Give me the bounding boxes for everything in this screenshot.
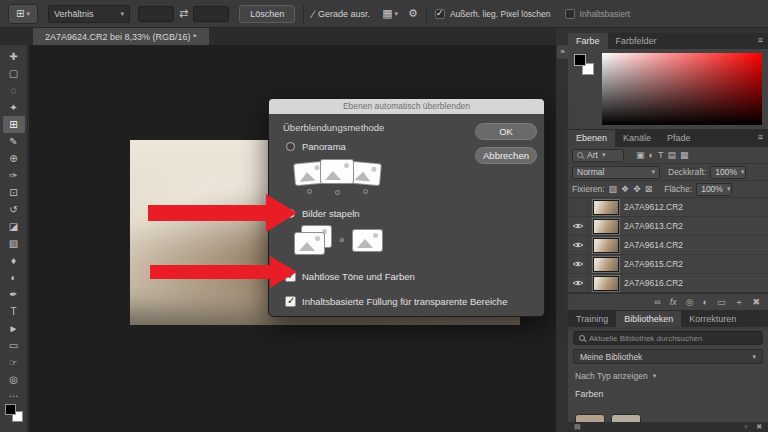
tab-channels[interactable]: Kanäle	[615, 130, 659, 147]
visibility-toggle[interactable]	[568, 217, 588, 235]
tool-pen[interactable]: ✒	[3, 286, 25, 303]
tool-crop[interactable]: ⊞	[3, 116, 25, 133]
library-search-box[interactable]	[573, 331, 763, 345]
content-aware-fill-checkbox[interactable]	[285, 296, 296, 307]
tool-marquee[interactable]: ▢	[3, 65, 25, 82]
tool-history-brush[interactable]: ↺	[3, 201, 25, 218]
layer-thumbnail[interactable]	[593, 200, 619, 215]
content-aware-checkbox[interactable]	[565, 9, 575, 19]
colors-section-header[interactable]: Farben	[568, 384, 768, 401]
ratio-width-input[interactable]	[138, 6, 174, 22]
tab-layers[interactable]: Ebenen	[568, 130, 615, 147]
tool-clone-stamp[interactable]: ⊡	[3, 184, 25, 201]
tool-quick-select[interactable]: ✦	[3, 99, 25, 116]
library-search-input[interactable]	[589, 334, 749, 343]
layer-thumbnail[interactable]	[593, 219, 619, 234]
tab-swatches[interactable]: Farbfelder	[608, 33, 665, 49]
fill-select[interactable]: 100% ▾	[696, 183, 732, 196]
panel-menu-icon[interactable]: ≡	[758, 35, 763, 45]
panorama-radio[interactable]	[286, 142, 295, 151]
layer-mask-icon[interactable]: ◎	[686, 297, 694, 307]
layer-row[interactable]: 2A7A9614.CR2	[568, 236, 768, 255]
panel-menu-icon[interactable]: ≡	[758, 132, 763, 142]
layer-name[interactable]: 2A7A9612.CR2	[624, 202, 683, 212]
straighten-label[interactable]: Gerade ausr.	[318, 9, 370, 19]
delete-layer-icon[interactable]: ✖	[752, 297, 760, 307]
tool-eyedropper[interactable]: ✎	[3, 133, 25, 150]
filter-pixel-icon[interactable]: ▣	[636, 150, 645, 160]
visibility-toggle[interactable]	[568, 255, 588, 273]
new-layer-icon[interactable]: ＋	[734, 296, 743, 309]
tab-adjustments[interactable]: Korrekturen	[681, 311, 744, 327]
clear-button[interactable]: Löschen	[239, 5, 295, 23]
overlay-grid-icon[interactable]: ▦	[382, 7, 392, 20]
gear-icon[interactable]: ⚙	[408, 7, 418, 20]
filter-adjustment-icon[interactable]: ◐	[649, 150, 654, 160]
seamless-tones-label[interactable]: Nahtlose Töne und Farben	[302, 271, 415, 282]
tool-move[interactable]: ✚	[3, 48, 25, 65]
library-select[interactable]: Meine Bibliothek ▾	[573, 349, 763, 364]
visibility-toggle[interactable]	[568, 274, 588, 292]
ratio-height-input[interactable]	[193, 6, 229, 22]
layer-thumbnail[interactable]	[593, 276, 619, 291]
foreground-color-swatch[interactable]	[574, 54, 586, 66]
panorama-label[interactable]: Panorama	[302, 141, 346, 152]
layer-row[interactable]: 2A7A9616.CR2	[568, 274, 768, 293]
swap-icon[interactable]: ⇄	[179, 7, 188, 20]
collapse-panels-button[interactable]: »	[557, 45, 568, 59]
filter-type-icon[interactable]: T	[658, 150, 664, 160]
layer-name[interactable]: 2A7A9616.CR2	[624, 278, 683, 288]
tool-hand[interactable]: ☞	[3, 354, 25, 371]
tool-shape[interactable]: ▭	[3, 337, 25, 354]
ratio-select[interactable]: Verhältnis ▾	[48, 5, 130, 23]
lock-pixels-icon[interactable]: ❖	[621, 184, 629, 194]
lock-all-icon[interactable]: ⊠	[645, 184, 653, 194]
visibility-toggle[interactable]	[568, 198, 588, 216]
lock-transparency-icon[interactable]: ▨	[609, 184, 618, 194]
delete-cropped-pixels-checkbox[interactable]	[435, 9, 445, 19]
delete-element-icon[interactable]: ✖	[756, 423, 762, 431]
filter-smart-object-icon[interactable]: ▦	[680, 150, 689, 160]
layer-row[interactable]: 2A7A9612.CR2	[568, 198, 768, 217]
layer-effects-icon[interactable]: fx	[670, 297, 677, 307]
delete-cropped-pixels-label[interactable]: Außerh. lieg. Pixel löschen	[450, 9, 551, 19]
content-aware-label[interactable]: Inhaltsbasiert	[580, 9, 631, 19]
adjustment-layer-icon[interactable]: ◐	[703, 297, 708, 307]
library-sync-icon[interactable]: ▤	[574, 423, 581, 431]
tab-paths[interactable]: Pfade	[659, 130, 699, 147]
cancel-button[interactable]: Abbrechen	[475, 147, 537, 164]
layer-filter-select[interactable]: Art ▾	[572, 149, 624, 162]
crop-tool-preset-button[interactable]: ⊞ ▾	[8, 4, 38, 24]
layer-name[interactable]: 2A7A9615.CR2	[624, 259, 683, 269]
tool-zoom[interactable]: ◎	[3, 371, 25, 388]
tab-training[interactable]: Training	[568, 311, 616, 327]
seamless-tones-checkbox[interactable]	[285, 271, 296, 282]
tool-blur[interactable]: ♦	[3, 252, 25, 269]
link-layers-icon[interactable]: ∞	[654, 297, 660, 307]
document-tab[interactable]: 2A7A9624.CR2 bei 8,33% (RGB/16) *	[33, 28, 209, 45]
layer-name[interactable]: 2A7A9613.CR2	[624, 221, 683, 231]
foreground-color-swatch[interactable]	[5, 404, 16, 415]
layer-row[interactable]: 2A7A9613.CR2	[568, 217, 768, 236]
new-group-icon[interactable]: ▭	[717, 297, 726, 307]
tool-dodge[interactable]: ◐	[3, 269, 25, 286]
layer-row[interactable]: 2A7A9615.CR2	[568, 255, 768, 274]
tool-brush[interactable]: ✑	[3, 167, 25, 184]
ok-button[interactable]: OK	[475, 123, 537, 140]
tool-lasso[interactable]: ◌	[3, 82, 25, 99]
tool-healing-brush[interactable]: ⊕	[3, 150, 25, 167]
add-element-icon[interactable]: ＋	[742, 422, 749, 432]
layer-thumbnail[interactable]	[593, 257, 619, 272]
content-aware-fill-label[interactable]: Inhaltsbasierte Füllung für transparente…	[302, 296, 507, 307]
stack-images-label[interactable]: Bilder stapeln	[302, 208, 360, 219]
tool-gradient[interactable]: ▧	[3, 235, 25, 252]
straighten-icon[interactable]: ∕	[312, 8, 314, 20]
filter-shape-icon[interactable]: ▤	[667, 150, 676, 160]
layer-name[interactable]: 2A7A9614.CR2	[624, 240, 683, 250]
more-tools-button[interactable]: …	[9, 388, 19, 400]
opacity-select[interactable]: 100% ▾	[710, 166, 746, 179]
blend-mode-select[interactable]: Normal ▾	[572, 166, 660, 179]
tool-type[interactable]: T	[3, 303, 25, 320]
tool-eraser[interactable]: ◪	[3, 218, 25, 235]
lock-position-icon[interactable]: ✥	[633, 184, 641, 194]
